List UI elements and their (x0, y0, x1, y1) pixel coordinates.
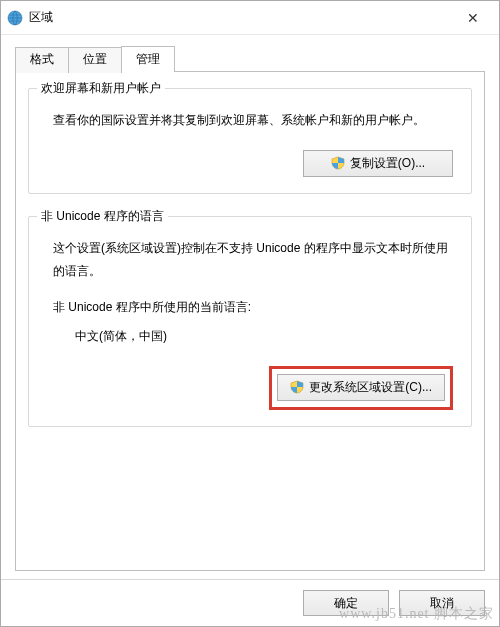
tab-format[interactable]: 格式 (15, 47, 69, 73)
copy-settings-label: 复制设置(O)... (350, 155, 425, 172)
group-nonunicode-title: 非 Unicode 程序的语言 (37, 208, 168, 225)
globe-icon (7, 10, 23, 26)
ok-label: 确定 (334, 595, 358, 612)
tabstrip: 格式 位置 管理 (15, 45, 485, 71)
change-system-locale-label: 更改系统区域设置(C)... (309, 379, 432, 396)
group-welcome: 欢迎屏幕和新用户帐户 查看你的国际设置并将其复制到欢迎屏幕、系统帐户和新的用户帐… (28, 88, 472, 194)
tab-admin[interactable]: 管理 (121, 46, 175, 72)
close-icon: ✕ (467, 10, 479, 26)
highlight-box: 更改系统区域设置(C)... (269, 366, 453, 410)
content-area: 格式 位置 管理 欢迎屏幕和新用户帐户 查看你的国际设置并将其复制到欢迎屏幕、系… (1, 35, 499, 579)
titlebar: 区域 ✕ (1, 1, 499, 35)
tab-location[interactable]: 位置 (68, 47, 122, 73)
cancel-button[interactable]: 取消 (399, 590, 485, 616)
tab-admin-label: 管理 (136, 52, 160, 66)
group-welcome-body: 查看你的国际设置并将其复制到欢迎屏幕、系统帐户和新的用户帐户。 复制设置(O).… (41, 103, 459, 177)
close-button[interactable]: ✕ (453, 4, 493, 32)
nonunicode-current-value: 中文(简体，中国) (53, 325, 453, 348)
copy-settings-button[interactable]: 复制设置(O)... (303, 150, 453, 177)
group-welcome-title: 欢迎屏幕和新用户帐户 (37, 80, 165, 97)
ok-button[interactable]: 确定 (303, 590, 389, 616)
shield-icon (290, 380, 304, 394)
cancel-label: 取消 (430, 595, 454, 612)
tab-panel-admin: 欢迎屏幕和新用户帐户 查看你的国际设置并将其复制到欢迎屏幕、系统帐户和新的用户帐… (15, 71, 485, 571)
nonunicode-current-label: 非 Unicode 程序中所使用的当前语言: (53, 296, 453, 319)
region-dialog: 区域 ✕ 格式 位置 管理 欢迎屏幕和新用户帐户 查看你的国际设置并将其复制到欢… (0, 0, 500, 627)
window-title: 区域 (29, 9, 53, 26)
tab-format-label: 格式 (30, 52, 54, 66)
group-nonunicode: 非 Unicode 程序的语言 这个设置(系统区域设置)控制在不支持 Unico… (28, 216, 472, 427)
welcome-desc: 查看你的国际设置并将其复制到欢迎屏幕、系统帐户和新的用户帐户。 (53, 109, 453, 132)
nonunicode-desc: 这个设置(系统区域设置)控制在不支持 Unicode 的程序中显示文本时所使用的… (53, 237, 453, 283)
shield-icon (331, 156, 345, 170)
dialog-footer: 确定 取消 (1, 579, 499, 626)
group-nonunicode-body: 这个设置(系统区域设置)控制在不支持 Unicode 的程序中显示文本时所使用的… (41, 231, 459, 410)
change-system-locale-button[interactable]: 更改系统区域设置(C)... (277, 374, 445, 401)
tab-location-label: 位置 (83, 52, 107, 66)
